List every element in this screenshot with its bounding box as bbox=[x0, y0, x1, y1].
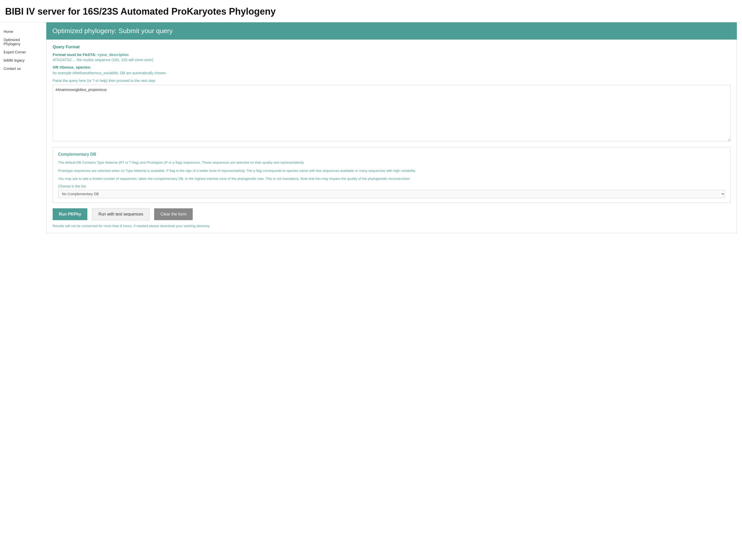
choose-label: Choose in the list: bbox=[58, 184, 725, 188]
sidebar-item-lebibi-legacy[interactable]: leBIBI legacy bbox=[3, 56, 39, 64]
example-text: for exemple #Methanothermus_sociabilis. … bbox=[53, 71, 731, 75]
sidebar-item-expert-corner[interactable]: Expert Corner bbox=[3, 48, 39, 56]
run-test-sequences-button[interactable]: Run with test sequences bbox=[92, 208, 150, 220]
query-textarea[interactable]: #Anammoxoglobus_propionicus bbox=[53, 85, 731, 141]
complementary-db-box: Complementary DB The default DB Contains… bbox=[53, 147, 731, 203]
paste-label: Paste the query here (or ? or help) then… bbox=[53, 78, 731, 83]
sidebar: Home Optimized Phylogeny Expert Corner l… bbox=[0, 22, 41, 557]
format-example-line1: >your_description bbox=[97, 53, 129, 57]
main-content: Optimized phylogeny: Submit your query Q… bbox=[41, 22, 742, 557]
page-layout: Home Optimized Phylogeny Expert Corner l… bbox=[0, 22, 742, 557]
query-format-section: Query Format Format must be FASTA: >your… bbox=[53, 45, 731, 142]
sidebar-item-optimized-phylogeny[interactable]: Optimized Phylogeny bbox=[3, 36, 39, 48]
format-label: Format must be FASTA: >your_description bbox=[53, 52, 731, 57]
sidebar-item-home[interactable]: Home bbox=[3, 27, 39, 36]
button-row: Run PKPhy Run with test sequences Clear … bbox=[53, 208, 731, 220]
results-note: Results will not be conserved for more t… bbox=[53, 224, 731, 228]
db-description-2: Prototype sequences are selected when no… bbox=[58, 168, 725, 174]
panel-body: Query Format Format must be FASTA: >your… bbox=[46, 40, 737, 233]
panel-header: Optimized phylogeny: Submit your query bbox=[46, 22, 737, 40]
sidebar-item-contact-us[interactable]: Contact us bbox=[3, 64, 39, 73]
format-example-line2: ATGCATGC… the nucleic sequence (16S, 23S… bbox=[53, 58, 731, 62]
or-genus-species-label: OR #Genus_species: bbox=[53, 65, 731, 69]
clear-form-button[interactable]: Clear the form bbox=[154, 208, 193, 220]
page-header: BIBI IV server for 16S/23S Automated Pro… bbox=[0, 0, 742, 22]
db-description-1: The default DB Contains Type Material (R… bbox=[58, 160, 725, 165]
complementary-db-select[interactable]: No Complementary DB bbox=[58, 190, 725, 198]
run-pkphy-button[interactable]: Run PKPhy bbox=[53, 208, 87, 220]
db-description-3: You may ask to add a limited number of s… bbox=[58, 176, 725, 182]
complementary-db-title: Complementary DB bbox=[58, 152, 725, 157]
query-format-title: Query Format bbox=[53, 45, 731, 49]
page-title: BIBI IV server for 16S/23S Automated Pro… bbox=[5, 6, 737, 17]
